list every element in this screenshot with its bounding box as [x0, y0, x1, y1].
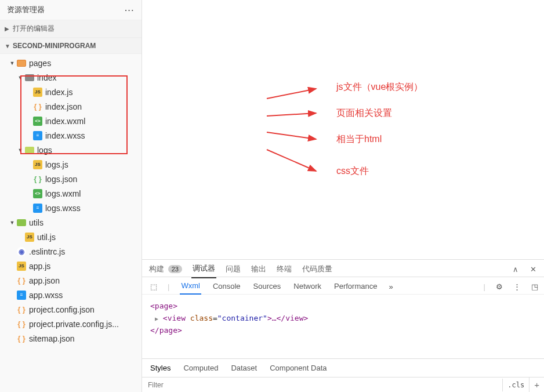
- open-editors-label: 打开的编辑器: [13, 24, 55, 34]
- devtools-tab-row: 构建 23 调试器 问题 输出 终端 代码质量 ∧ ✕: [142, 260, 544, 277]
- svg-line-0: [267, 89, 316, 99]
- chevron-down-icon: ▼: [5, 43, 13, 49]
- tab-debugger[interactable]: 调试器: [191, 261, 216, 278]
- file-label: logs.wxss: [45, 204, 81, 213]
- file-label: app.json: [29, 276, 60, 285]
- folder-icon: [24, 73, 35, 82]
- btab-component[interactable]: Component Data: [269, 362, 328, 373]
- file-index-wxss[interactable]: ≡ index.wxss: [0, 128, 142, 143]
- wxss-file-icon: ≡: [32, 204, 43, 213]
- file-logs-js[interactable]: JS logs.js: [0, 157, 142, 172]
- styles-filter-bar: .cls +: [142, 377, 544, 392]
- subtab-console[interactable]: Console: [212, 280, 242, 294]
- chevron-down-icon: ▼: [16, 147, 24, 153]
- more-tabs-icon[interactable]: »: [389, 282, 393, 291]
- json-file-icon: { }: [32, 102, 43, 111]
- folder-index[interactable]: ▼ index: [0, 70, 142, 85]
- folder-label: utils: [29, 218, 43, 227]
- json-file-icon: { }: [16, 320, 27, 329]
- btab-computed[interactable]: Computed: [182, 362, 219, 373]
- project-name-label: SECOND-MINIPROGRAM: [13, 42, 96, 50]
- close-icon[interactable]: ✕: [528, 264, 538, 275]
- json-file-icon: { }: [32, 175, 43, 184]
- file-label: index.wxml: [45, 117, 85, 126]
- inspect-icon[interactable]: ⬚: [150, 282, 157, 291]
- kebab-icon[interactable]: ⋮: [513, 282, 521, 291]
- editor-area: js文件（vue根实例） 页面相关设置 相当于html css文件: [142, 0, 544, 259]
- file-logs-wxml[interactable]: <> logs.wxml: [0, 186, 142, 201]
- folder-icon: [16, 218, 27, 227]
- svg-line-2: [267, 132, 316, 139]
- js-file-icon: JS: [32, 88, 43, 97]
- file-app-wxss[interactable]: ≡ app.wxss: [0, 288, 142, 302]
- more-icon[interactable]: ···: [125, 6, 135, 14]
- wxml-file-icon: <>: [32, 189, 43, 198]
- dock-icon[interactable]: ◳: [531, 282, 538, 291]
- wxss-file-icon: ≡: [16, 291, 27, 300]
- subtab-wxml[interactable]: Wxml: [180, 279, 201, 295]
- file-label: app.js: [29, 262, 50, 271]
- code-line-1: <page>: [150, 302, 177, 310]
- add-style-button[interactable]: +: [529, 378, 544, 392]
- file-app-json[interactable]: { } app.json: [0, 273, 142, 288]
- json-file-icon: { }: [16, 334, 27, 343]
- btab-styles[interactable]: Styles: [149, 362, 172, 373]
- annotation-overlay: js文件（vue根实例） 页面相关设置 相当于html css文件: [284, 0, 544, 226]
- subtab-network[interactable]: Network: [292, 280, 322, 294]
- file-logs-json[interactable]: { } logs.json: [0, 172, 142, 186]
- tab-output[interactable]: 输出: [250, 262, 267, 278]
- btab-dataset[interactable]: Dataset: [230, 362, 258, 373]
- styles-filter-input[interactable]: [142, 379, 502, 391]
- file-project-private-config[interactable]: { } project.private.config.js...: [0, 317, 142, 331]
- folder-label: logs: [37, 146, 52, 155]
- devtools-panel: 构建 23 调试器 问题 输出 终端 代码质量 ∧ ✕ ⬚ | Wxml Con…: [142, 259, 544, 392]
- file-label: .eslintrc.js: [29, 247, 65, 256]
- file-index-js[interactable]: JS index.js: [0, 85, 142, 99]
- folder-utils[interactable]: ▼ utils: [0, 215, 142, 230]
- file-label: app.wxss: [29, 291, 63, 300]
- tab-terminal[interactable]: 终端: [275, 262, 293, 278]
- main-panel: js文件（vue根实例） 页面相关设置 相当于html css文件 构建 23 …: [142, 0, 544, 392]
- folder-icon: [24, 146, 35, 155]
- json-file-icon: { }: [16, 276, 27, 285]
- wxml-inspector-code[interactable]: <page> ▶ <view class="container">…</view…: [142, 295, 544, 358]
- sidebar-title: 资源管理器: [7, 5, 45, 15]
- annotation-json: 页面相关设置: [336, 107, 392, 119]
- gear-icon[interactable]: ⚙: [496, 282, 503, 291]
- devtools-subtab-row: ⬚ | Wxml Console Sources Network Perform…: [142, 277, 544, 295]
- explorer-sidebar: 资源管理器 ··· ▶ 打开的编辑器 ▼ SECOND-MINIPROGRAM …: [0, 0, 142, 392]
- code-attr-val: "container": [217, 314, 267, 322]
- folder-label: index: [37, 73, 56, 82]
- file-project-config[interactable]: { } project.config.json: [0, 302, 142, 317]
- tab-quality[interactable]: 代码质量: [301, 262, 333, 278]
- file-util-js[interactable]: JS util.js: [0, 230, 142, 244]
- wxss-file-icon: ≡: [32, 131, 43, 140]
- chevron-right-icon: ▶: [5, 26, 13, 32]
- cls-toggle-button[interactable]: .cls: [502, 379, 529, 391]
- file-eslintrc[interactable]: ◉ .eslintrc.js: [0, 244, 142, 259]
- code-attr: class: [190, 314, 213, 322]
- js-file-icon: JS: [32, 160, 43, 169]
- folder-logs[interactable]: ▼ logs: [0, 143, 142, 157]
- file-sitemap-json[interactable]: { } sitemap.json: [0, 331, 142, 346]
- file-index-wxml[interactable]: <> index.wxml: [0, 114, 142, 128]
- chevron-down-icon: ▼: [16, 75, 24, 81]
- folder-pages[interactable]: ▼ pages: [0, 56, 142, 70]
- file-label: index.js: [45, 88, 72, 97]
- file-app-js[interactable]: JS app.js: [0, 259, 142, 273]
- tab-build[interactable]: 构建 23: [148, 262, 183, 278]
- open-editors-header[interactable]: ▶ 打开的编辑器: [0, 20, 142, 38]
- code-tag: <view: [163, 314, 186, 322]
- tab-problems[interactable]: 问题: [224, 262, 242, 278]
- code-close: >…</view>: [267, 314, 308, 322]
- chevron-up-icon[interactable]: ∧: [511, 264, 520, 275]
- file-index-json[interactable]: { } index.json: [0, 99, 142, 114]
- file-label: sitemap.json: [29, 334, 75, 343]
- subtab-sources[interactable]: Sources: [252, 280, 282, 294]
- chevron-down-icon: ▼: [8, 60, 16, 66]
- subtab-performance[interactable]: Performance: [333, 280, 378, 294]
- expand-icon[interactable]: ▶: [155, 315, 158, 322]
- wxml-file-icon: <>: [32, 117, 43, 126]
- file-logs-wxss[interactable]: ≡ logs.wxss: [0, 201, 142, 215]
- project-header[interactable]: ▼ SECOND-MINIPROGRAM: [0, 38, 142, 54]
